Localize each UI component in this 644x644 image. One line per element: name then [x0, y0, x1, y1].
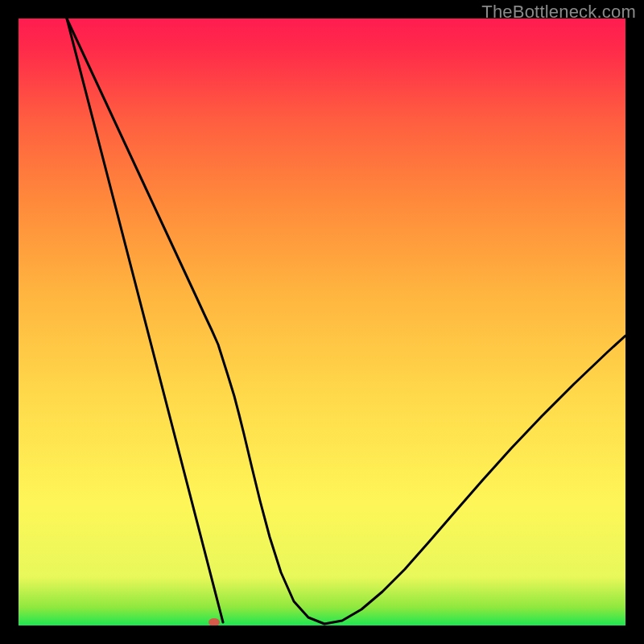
curve-svg — [19, 19, 625, 625]
watermark-text: TheBottleneck.com — [481, 2, 636, 23]
bottleneck-curve-left-branch — [67, 19, 223, 622]
plot-area — [19, 19, 625, 625]
chart-frame: TheBottleneck.com — [0, 0, 644, 644]
optimum-marker — [208, 618, 220, 625]
bottleneck-curve — [67, 19, 625, 624]
